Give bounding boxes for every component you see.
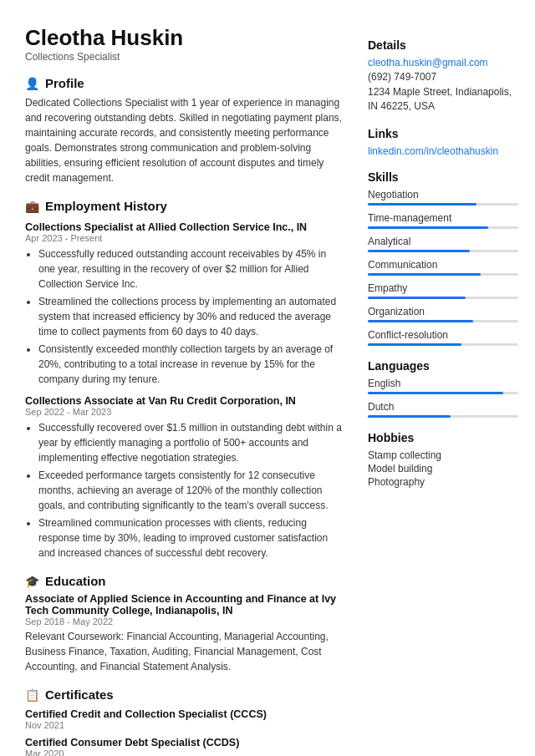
- skill-time-management: Time-management: [368, 212, 518, 229]
- cert-1: Certified Credit and Collection Speciali…: [25, 708, 343, 730]
- skill-organization: Organization: [368, 306, 518, 322]
- employment-section-title: 💼 Employment History: [25, 199, 343, 213]
- cert-2-title: Certified Consumer Debt Specialist (CCDS…: [25, 737, 343, 748]
- job-1: Collections Specialist at Allied Collect…: [25, 221, 343, 387]
- right-column: Details cleotha.huskin@gmail.com (692) 7…: [368, 25, 518, 756]
- detail-address: 1234 Maple Street, Indianapolis, IN 4622…: [368, 85, 518, 114]
- bullet-item: Successfully reduced outstanding account…: [38, 246, 343, 292]
- bullet-item: Streamlined communication processes with…: [38, 515, 343, 561]
- job-1-bullets: Successfully reduced outstanding account…: [25, 246, 343, 387]
- certificates-icon: 📋: [25, 688, 39, 702]
- skill-analytical: Analytical: [368, 236, 518, 252]
- linkedin-link[interactable]: linkedin.com/in/cleothahuskin: [368, 145, 518, 157]
- person-title: Collections Specialist: [25, 51, 343, 63]
- profile-text: Dedicated Collections Specialist with 1 …: [25, 95, 343, 185]
- lang-english: English: [368, 378, 518, 394]
- profile-icon: 👤: [25, 77, 39, 90]
- edu-1-title: Associate of Applied Science in Accounti…: [25, 593, 343, 616]
- job-1-date: Apr 2023 - Present: [25, 233, 343, 243]
- header: Cleotha Huskin Collections Specialist: [25, 25, 343, 63]
- bullet-item: Consistently exceeded monthly collection…: [38, 342, 343, 387]
- employment-icon: 💼: [25, 200, 39, 213]
- job-2: Collections Associate at Van Ru Credit C…: [25, 395, 343, 561]
- cert-2-date: Mar 2020: [25, 748, 343, 756]
- skill-empathy: Empathy: [368, 282, 518, 299]
- certificates-section-title: 📋 Certificates: [25, 688, 343, 702]
- cert-1-date: Nov 2021: [25, 720, 343, 730]
- profile-section-title: 👤 Profile: [25, 76, 343, 90]
- skill-conflict-resolution: Conflict-resolution: [368, 329, 518, 346]
- skills-section-title: Skills: [368, 170, 518, 184]
- bullet-item: Successfully recovered over $1.5 million…: [38, 420, 343, 465]
- skill-communication: Communication: [368, 259, 518, 276]
- person-name: Cleotha Huskin: [25, 25, 343, 51]
- cert-1-title: Certified Credit and Collection Speciali…: [25, 708, 343, 720]
- details-section-title: Details: [368, 38, 518, 52]
- hobby-2: Model building: [368, 463, 518, 474]
- skill-negotiation: Negotiation: [368, 189, 518, 205]
- links-section-title: Links: [368, 127, 518, 140]
- cert-2: Certified Consumer Debt Specialist (CCDS…: [25, 737, 343, 756]
- detail-email[interactable]: cleotha.huskin@gmail.com: [368, 57, 518, 68]
- edu-1-date: Sep 2018 - May 2022: [25, 616, 343, 627]
- job-2-date: Sep 2022 - Mar 2023: [25, 407, 343, 417]
- detail-phone: (692) 749-7007: [368, 71, 518, 83]
- hobby-3: Photography: [368, 476, 518, 488]
- edu-1-text: Relevant Coursework: Financial Accountin…: [25, 629, 343, 674]
- education-icon: 🎓: [25, 575, 39, 588]
- bullet-item: Streamlined the collections process by i…: [38, 294, 343, 339]
- hobby-1: Stamp collecting: [368, 449, 518, 461]
- job-2-title: Collections Associate at Van Ru Credit C…: [25, 395, 343, 407]
- job-1-title: Collections Specialist at Allied Collect…: [25, 221, 343, 233]
- languages-section-title: Languages: [368, 359, 518, 373]
- education-section-title: 🎓 Education: [25, 574, 343, 588]
- bullet-item: Exceeded performance targets consistentl…: [38, 468, 343, 513]
- hobbies-section-title: Hobbies: [368, 431, 518, 444]
- lang-dutch: Dutch: [368, 401, 518, 418]
- edu-1: Associate of Applied Science in Accounti…: [25, 593, 343, 674]
- job-2-bullets: Successfully recovered over $1.5 million…: [25, 420, 343, 561]
- left-column: Cleotha Huskin Collections Specialist 👤 …: [25, 25, 343, 756]
